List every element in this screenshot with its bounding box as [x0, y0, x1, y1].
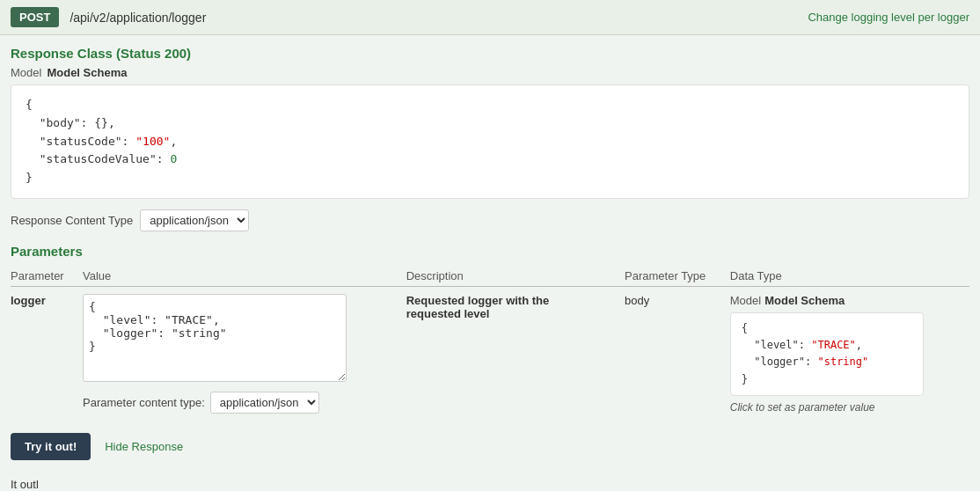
change-logging-link[interactable]: Change logging level per logger	[808, 11, 969, 24]
param-description-cell: Requested logger with the requested leve…	[406, 286, 625, 421]
response-class-title: Response Class (Status 200)	[11, 46, 969, 61]
response-content-type-label: Response Content Type	[11, 214, 133, 227]
param-type-cell: body	[625, 286, 730, 421]
param-content-type-select[interactable]: application/json text/plain	[210, 392, 319, 414]
bottom-text: It outl	[0, 471, 980, 491]
param-content-type-label: Parameter content type:	[83, 396, 205, 409]
hide-response-link[interactable]: Hide Response	[105, 440, 183, 453]
param-content-type-row: Parameter content type: application/json…	[83, 392, 399, 414]
param-name: logger	[11, 286, 83, 421]
try-it-button[interactable]: Try it out!	[11, 433, 91, 460]
col-value: Value	[83, 266, 406, 287]
header-bar: POST /api/v2/application/logger Change l…	[0, 0, 980, 35]
model-label-row: Model Model Schema	[11, 66, 969, 79]
model-schema-link[interactable]: Model Schema	[47, 66, 127, 79]
response-code-block: { "body": {}, "statusCode": "100", "stat…	[11, 84, 969, 199]
response-content-type-select[interactable]: application/json text/plain application/…	[140, 209, 249, 231]
click-set-text: Click to set as parameter value	[730, 401, 962, 414]
model-text: Model	[11, 66, 41, 79]
response-content-type-row: Response Content Type application/json t…	[11, 209, 969, 231]
parameters-table: Parameter Value Description Parameter Ty…	[11, 266, 969, 421]
col-parameter-type: Parameter Type	[625, 266, 730, 287]
response-class-section: Response Class (Status 200) Model Model …	[11, 46, 969, 199]
actions-row: Try it out! Hide Response	[11, 433, 969, 460]
param-description-bold: Requested logger with the requested leve…	[406, 294, 550, 320]
data-type-model-label: Model	[730, 294, 761, 307]
parameters-title: Parameters	[11, 244, 969, 259]
table-row: logger Parameter content type: applicati…	[11, 286, 969, 421]
param-description-text: Requested logger with the requested leve…	[406, 294, 582, 320]
col-description: Description	[406, 266, 625, 287]
param-type-value: body	[625, 294, 649, 307]
schema-code-block: { "level": "TRACE", "logger": "string" }	[730, 312, 924, 396]
parameters-section: Parameters Parameter Value Description P…	[11, 244, 969, 421]
param-value-cell: Parameter content type: application/json…	[83, 286, 406, 421]
col-parameter: Parameter	[11, 266, 83, 287]
main-content: Response Class (Status 200) Model Model …	[0, 35, 980, 471]
param-value-textarea[interactable]	[83, 294, 347, 382]
method-badge: POST	[11, 7, 59, 27]
data-type-model-row: Model Model Schema	[730, 294, 962, 307]
col-data-type: Data Type	[730, 266, 969, 287]
data-type-cell: Model Model Schema { "level": "TRACE", "…	[730, 286, 969, 421]
endpoint-path: /api/v2/application/logger	[69, 11, 808, 25]
data-type-schema-link[interactable]: Model Schema	[764, 294, 845, 307]
